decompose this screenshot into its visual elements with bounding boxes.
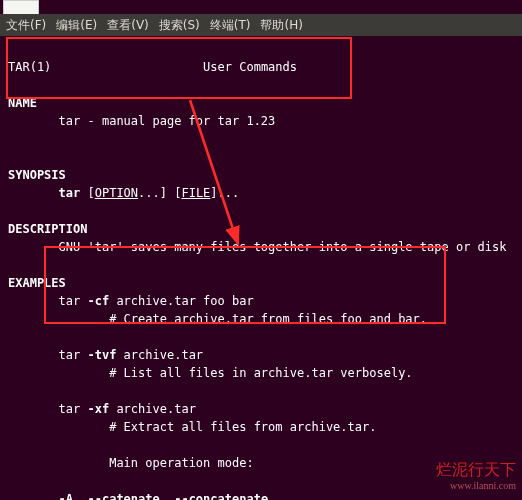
menu-terminal[interactable]: 终端(T) — [210, 17, 251, 34]
menu-search[interactable]: 搜索(S) — [159, 17, 200, 34]
window-tab — [3, 0, 39, 14]
terminal-output[interactable]: TAR(1) User Commands NAME tar - manual p… — [0, 36, 522, 500]
man-header-center: User Commands — [203, 60, 297, 74]
sep: , — [73, 492, 87, 500]
section-examples: EXAMPLES — [8, 276, 66, 290]
ex2-prefix: tar — [59, 348, 88, 362]
ex3-desc: # Extract all files from archive.tar. — [109, 420, 376, 434]
description-line: GNU 'tar' saves many files together into… — [59, 240, 507, 254]
man-header-left: TAR(1) — [8, 60, 51, 74]
ex2-desc: # List all files in archive.tar verbosel… — [109, 366, 412, 380]
synopsis-option: OPTION — [95, 186, 138, 200]
synopsis-file-suffix: ]... — [210, 186, 239, 200]
menu-edit[interactable]: 编辑(E) — [56, 17, 97, 34]
ex3-flag: -xf — [87, 402, 109, 416]
synopsis-file: FILE — [181, 186, 210, 200]
ex2-rest: archive.tar — [116, 348, 203, 362]
synopsis-cmd: tar — [59, 186, 81, 200]
section-synopsis: SYNOPSIS — [8, 168, 66, 182]
mode-title: Main operation mode: — [109, 456, 254, 470]
ex2-flag: -tvf — [87, 348, 116, 362]
opt-A2: --catenate — [87, 492, 159, 500]
ex1-desc: # Create archive.tar from files foo and … — [109, 312, 427, 326]
opt-A: -A — [59, 492, 73, 500]
opt-A3: --concatenate — [174, 492, 268, 500]
menubar: 文件(F) 编辑(E) 查看(V) 搜索(S) 终端(T) 帮助(H) — [0, 14, 522, 36]
menu-help[interactable]: 帮助(H) — [260, 17, 302, 34]
sep: , — [160, 492, 174, 500]
ex1-flag: -cf — [87, 294, 109, 308]
menu-file[interactable]: 文件(F) — [6, 17, 46, 34]
synopsis-opt-suffix: ...] — [138, 186, 167, 200]
name-line: tar - manual page for tar 1.23 — [59, 114, 276, 128]
ex1-rest: archive.tar foo bar — [109, 294, 254, 308]
menu-view[interactable]: 查看(V) — [107, 17, 149, 34]
section-description: DESCRIPTION — [8, 222, 87, 236]
ex3-prefix: tar — [59, 402, 88, 416]
ex1-prefix: tar — [59, 294, 88, 308]
section-name: NAME — [8, 96, 37, 110]
ex3-rest: archive.tar — [109, 402, 196, 416]
